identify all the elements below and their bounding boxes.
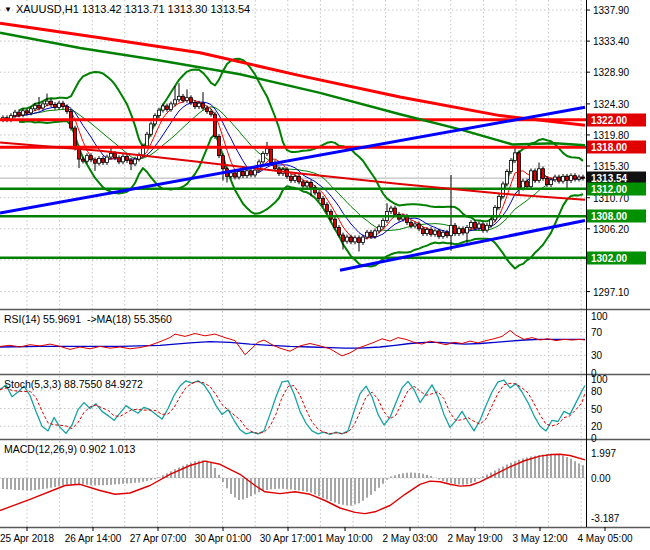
time-axis-label: 2 May 19:00 — [447, 533, 502, 544]
time-axis-label: 27 Apr 07:00 — [130, 533, 187, 544]
chart-canvas — [0, 0, 650, 550]
price-axis-label: 1324.30 — [593, 98, 629, 109]
stoch-scale-label: 100 — [591, 374, 608, 385]
rsi-scale-label: 70 — [591, 326, 602, 337]
time-axis-label: 1 May 10:00 — [317, 533, 372, 544]
time-axis-label: 25 Apr 2018 — [0, 533, 54, 544]
macd-indicator-label: MACD(12,26,9) 0.902 1.013 — [4, 443, 135, 455]
rsi-scale-label: 100 — [591, 311, 608, 322]
stoch-scale-label: 20 — [591, 421, 602, 432]
stoch-scale-label: 80 — [591, 385, 602, 396]
macd-scale-label: 1.997 — [591, 448, 616, 459]
price-axis-label: 1319.80 — [593, 129, 629, 140]
price-axis-label: 1297.10 — [593, 286, 629, 297]
price-axis-label: 1337.90 — [593, 5, 629, 16]
price-axis-label: 1328.90 — [593, 67, 629, 78]
price-axis-label: 1315.30 — [593, 161, 629, 172]
stoch-scale-label: 0 — [591, 433, 597, 444]
chart-title: ▼XAUUSD,H1 1313.42 1313.71 1313.30 1313.… — [4, 3, 250, 15]
time-axis-label: 2 May 03:00 — [382, 533, 437, 544]
main-price-panel[interactable] — [0, 23, 586, 270]
stoch-scale-label: 50 — [591, 403, 602, 414]
rsi-panel[interactable] — [0, 331, 585, 356]
resistance-line-badge: 1322.00 — [587, 113, 646, 126]
trading-chart-window: ▼XAUUSD,H1 1313.42 1313.71 1313.30 1313.… — [0, 0, 650, 550]
stoch-indicator-label: Stoch(5,3,3) 88.7550 84.9272 — [4, 378, 143, 390]
support-line-badge: 1312.00 — [587, 182, 646, 195]
time-axis-label: 4 May 05:00 — [577, 533, 632, 544]
rsi-scale-label: 30 — [591, 350, 602, 361]
support-line-badge: 1308.00 — [587, 210, 646, 223]
resistance-line-badge: 1318.00 — [587, 141, 646, 154]
time-axis-label: 26 Apr 14:00 — [65, 533, 122, 544]
symbol-ohlc-text: XAUUSD,H1 1313.42 1313.71 1313.30 1313.5… — [16, 3, 250, 15]
support-line-badge: 1302.00 — [587, 251, 646, 264]
macd-scale-label: 0.00 — [591, 473, 610, 484]
time-axis-label: 30 Apr 01:00 — [195, 533, 252, 544]
symbol-dropdown-icon[interactable]: ▼ — [4, 5, 12, 14]
macd-panel[interactable] — [0, 454, 585, 514]
time-axis-label: 3 May 12:00 — [512, 533, 567, 544]
price-axis-label: 1333.40 — [593, 36, 629, 47]
time-axis-label: 30 Apr 17:00 — [260, 533, 317, 544]
macd-scale-label: -3.187 — [591, 512, 619, 523]
rsi-indicator-label: RSI(14) 55.9691 ->MA(18) 55.3560 — [4, 313, 172, 325]
price-axis-label: 1306.20 — [593, 223, 629, 234]
